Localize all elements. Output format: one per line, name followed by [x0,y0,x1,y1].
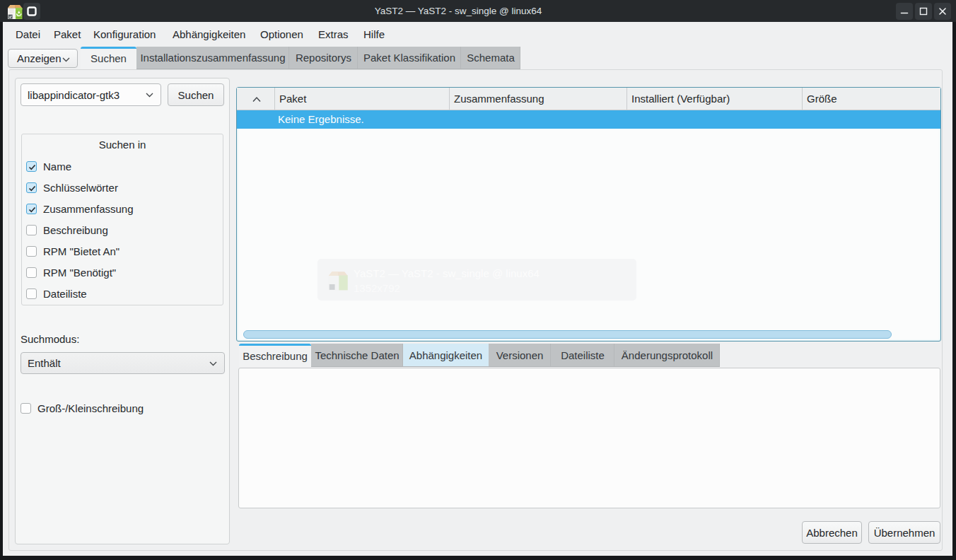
menu-abhaengigkeiten[interactable]: Abhängigkeiten [173,22,245,47]
tab-aenderungsprotokoll[interactable]: Änderungsprotokoll [614,344,720,367]
search-mode-value: Enthält [28,353,61,373]
window-frame-left [0,22,3,560]
column-header-groesse[interactable]: Größe [802,88,941,110]
tab-suchen[interactable]: Suchen [81,47,136,69]
chevron-down-icon [209,361,217,366]
tab-abhaengigkeiten[interactable]: Abhängigkeiten [403,344,489,367]
tab-technische-daten[interactable]: Technische Daten [311,344,403,367]
maximize-icon [919,6,928,16]
checkbox-label: Schlüsselwörter [43,182,118,194]
close-icon [938,6,948,16]
checkbox-unchecked-icon [21,403,31,414]
description-area [238,368,940,508]
checkbox-checked-icon [26,161,37,172]
cancel-button[interactable]: Abbrechen [802,521,862,544]
checkbox-unchecked-icon [26,288,37,299]
titlebar: YaST2 — YaST2 - sw_single @ linux64 [0,0,956,22]
column-header-paket[interactable]: Paket [274,88,449,110]
checkbox-checked-icon [26,182,37,193]
menu-optionen[interactable]: Optionen [260,22,303,47]
menu-paket[interactable]: Paket [54,22,81,47]
menu-hilfe[interactable]: Hilfe [363,22,385,47]
column-header-installiert[interactable]: Installiert (Verfügbar) [626,88,802,110]
column-header-zusammenfassung[interactable]: Zusammenfassung [449,88,626,110]
search-mode-label: Suchmodus: [21,333,79,345]
search-in-groupbox: Suchen in [21,134,223,305]
menu-konfiguration[interactable]: Konfiguration [93,22,156,47]
cancel-button-label: Abbrechen [806,527,858,539]
table-header: Paket Zusammenfassung Installiert (Verfü… [237,88,940,110]
window-title: YaST2 — YaST2 - sw_single @ linux64 [0,0,916,22]
chevron-down-icon [146,93,153,98]
window-frame-bottom [0,556,956,560]
search-mode-combobox[interactable]: Enthält [21,352,225,374]
checkbox-unchecked-icon [26,246,37,257]
apply-button-label: Übernehmen [874,527,935,539]
minimize-icon [899,6,909,16]
checkbox-unchecked-icon [26,267,37,278]
sort-ascending-icon [252,96,262,103]
osd-title: YaST2 — YaST2 - sw_single @ linux64 [354,267,540,279]
tab-schemata[interactable]: Schemata [461,47,520,69]
horizontal-scrollbar[interactable] [243,330,892,339]
checkbox-label: Groß-/Kleinschreibung [37,403,144,414]
empty-results-row[interactable]: Keine Ergebnisse. [237,110,940,129]
search-term-value: libappindicator-gtk3 [28,84,119,105]
tab-paket-klassifikation[interactable]: Paket Klassifikation [358,47,461,69]
search-button[interactable]: Suchen [168,83,224,106]
tab-installationszusammenfassung[interactable]: Installationszusammenfassung [136,47,289,69]
yast2-window: YaST2 — YaST2 - sw_single @ linux64 Date… [0,0,956,560]
checkbox-label: Zusammenfassung [43,204,134,215]
checkbox-label: Dateiliste [43,288,87,300]
menu-datei[interactable]: Datei [16,22,40,47]
view-selector-label: Anzeigen [17,52,62,64]
maximize-button[interactable] [915,3,932,20]
groupbox-title: Suchen in [22,139,223,151]
resize-osd-overlay: YaST2 — YaST2 - sw_single @ linux64 1352… [317,259,636,301]
checkbox-label: RPM "Bietet An" [43,246,119,257]
close-button[interactable] [934,3,951,20]
minimize-button[interactable] [896,3,913,20]
menu-extras[interactable]: Extras [318,22,349,47]
yast-package-icon-faded [326,265,350,295]
window-frame-right [952,22,956,560]
search-button-label: Suchen [178,89,214,101]
tab-dateiliste[interactable]: Dateiliste [551,344,614,367]
chevron-down-icon [62,57,70,62]
checkbox-checked-icon [26,204,37,214]
results-table: Paket Zusammenfassung Installiert (Verfü… [236,87,941,342]
tab-repositorys[interactable]: Repositorys [289,47,358,69]
apply-button[interactable]: Übernehmen [868,521,940,544]
osd-size: 956x560 [354,282,400,294]
view-selector-button[interactable]: Anzeigen [8,49,78,68]
checkbox-label: Name [43,161,71,173]
menubar: Datei Paket Konfiguration Abhängigkeiten… [3,22,952,47]
tab-versionen[interactable]: Versionen [489,344,551,367]
empty-results-text: Keine Ergebnisse. [278,113,364,125]
checkbox-label: Beschreibung [43,225,108,236]
search-term-combobox[interactable]: libappindicator-gtk3 [21,83,161,106]
checkbox-label: RPM "Benötigt" [43,267,116,279]
tab-beschreibung[interactable]: Beschreibung [239,344,311,367]
checkbox-unchecked-icon [26,225,37,235]
